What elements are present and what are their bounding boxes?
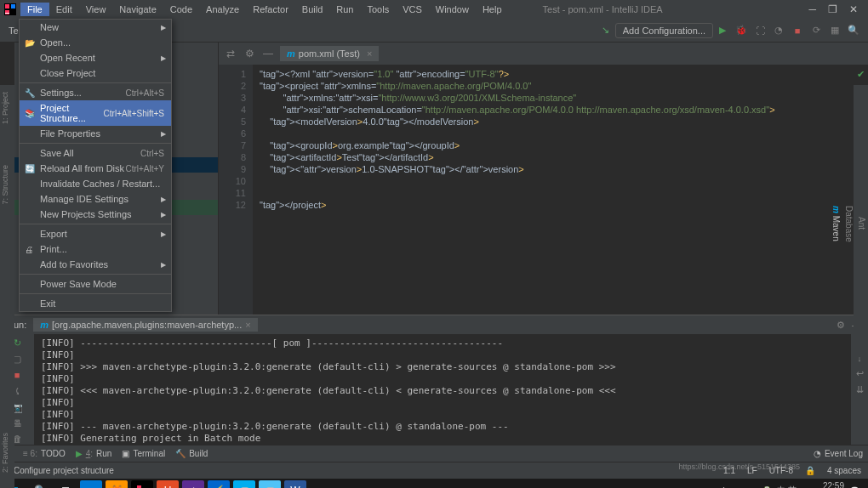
svg-rect-3	[5, 10, 9, 14]
tab-favorites[interactable]: 2: Favorites	[0, 429, 10, 476]
tray-ime-icon[interactable]: 中 英	[777, 485, 797, 488]
editor-area: ⇄ ⚙ — m pom.xml (Test) × 123456789101112…	[219, 43, 868, 315]
edge-icon[interactable]: e	[80, 480, 102, 488]
tab-terminal[interactable]: ▣Terminal	[122, 449, 165, 458]
watermark: https://blog.csdn.net/s_5151544385	[678, 462, 800, 471]
menu-run[interactable]: Run	[329, 3, 360, 16]
menu-window[interactable]: Window	[429, 3, 476, 16]
maven-run-icon: m	[40, 320, 49, 330]
status-lock-icon[interactable]: 🔒	[805, 466, 815, 475]
search-icon[interactable]: 🔍	[846, 23, 861, 38]
code-content[interactable]: "tag"><?xml "attr">version="1.0" "attr">…	[253, 65, 868, 315]
taskbar-clock[interactable]: 22:59 2020/11/22	[802, 481, 844, 488]
file-menu-exit[interactable]: Exit	[20, 296, 171, 311]
file-menu-new[interactable]: New▶	[20, 20, 171, 35]
tab-todo[interactable]: ≡ 6:TODO	[23, 449, 66, 458]
menu-tools[interactable]: Tools	[360, 3, 396, 16]
file-menu-manage-ide-settings[interactable]: Manage IDE Settings▶	[20, 191, 171, 207]
back-arrow-icon[interactable]: ↘	[598, 23, 614, 38]
soft-wrap-icon[interactable]: ↩	[856, 368, 864, 379]
run-icon[interactable]: ▶	[715, 23, 730, 38]
menu-analyze[interactable]: Analyze	[199, 3, 246, 16]
tab-project[interactable]: 1: Project	[0, 88, 10, 128]
update-icon[interactable]: ⟳	[808, 23, 824, 38]
maximize-icon[interactable]: ❐	[828, 3, 837, 15]
tab-close-icon[interactable]: ×	[367, 48, 372, 59]
profile-icon[interactable]: ◔	[771, 23, 786, 38]
menu-view[interactable]: View	[79, 3, 113, 16]
minimize-icon[interactable]: ─	[808, 3, 816, 15]
menu-code[interactable]: Code	[163, 3, 199, 16]
stop-icon[interactable]: ■	[790, 23, 805, 38]
intellij-taskbar-icon[interactable]	[131, 480, 153, 488]
vs-icon[interactable]: ◆	[182, 480, 204, 488]
editor-tab-label: pom.xml (Test)	[299, 48, 360, 59]
file-menu-invalidate-caches-restart-[interactable]: Invalidate Caches / Restart...	[20, 176, 171, 191]
file-menu-dropdown: New▶📂Open...Open Recent▶Close Project🔧Se…	[19, 19, 172, 312]
svg-rect-1	[5, 4, 9, 9]
svg-rect-2	[11, 4, 15, 9]
firefox-icon[interactable]: 🦊	[106, 480, 128, 488]
file-menu-new-projects-settings[interactable]: New Projects Settings▶	[20, 207, 171, 222]
word-icon[interactable]: W	[284, 480, 306, 488]
run-tab-label: [org.apache.maven.plugins:maven-archetyp…	[52, 320, 242, 330]
svg-rect-4	[5, 13, 9, 14]
file-menu-export[interactable]: Export▶	[20, 226, 171, 241]
bottom-tool-tabs: ▦ ≡ 6:TODO ▶4:Run ▣Terminal 🔨Build ◔Even…	[0, 445, 868, 462]
tab-structure[interactable]: 7: Structure	[0, 162, 10, 208]
window-title: Test - pom.xml - IntelliJ IDEA	[543, 4, 663, 14]
task-view-icon[interactable]: ⊡	[54, 480, 77, 488]
scroll-end-icon[interactable]: ⇊	[856, 384, 864, 395]
search-taskbar-icon[interactable]: 🔍	[29, 480, 51, 488]
file-menu-power-save-mode[interactable]: Power Save Mode	[20, 276, 171, 292]
menu-refactor[interactable]: Refactor	[246, 3, 295, 16]
app-icon-4[interactable]: ▢	[259, 480, 281, 488]
menu-help[interactable]: Help	[476, 3, 509, 16]
console-output[interactable]: [INFO] ---------------------------------…	[34, 334, 851, 445]
file-menu-add-to-favorites[interactable]: Add to Favorites▶	[20, 257, 171, 272]
file-menu-settings-[interactable]: 🔧Settings...Ctrl+Alt+S	[20, 85, 171, 100]
app-icon-2[interactable]: ⚡	[208, 480, 230, 488]
tab-ant[interactable]: Ant	[855, 213, 868, 233]
app-icon-3[interactable]: ▢	[233, 480, 255, 488]
menu-navigate[interactable]: Navigate	[112, 3, 163, 16]
tab-build[interactable]: 🔨Build	[175, 449, 208, 458]
debug-icon[interactable]: 🐞	[734, 23, 749, 38]
file-menu-open-recent[interactable]: Open Recent▶	[20, 50, 171, 65]
coverage-icon[interactable]: ⛶	[752, 23, 768, 38]
app-icon-1[interactable]: H	[157, 480, 179, 488]
menu-edit[interactable]: Edit	[49, 3, 79, 16]
status-hint: Configure project structure	[14, 466, 114, 475]
file-menu-file-properties[interactable]: File Properties▶	[20, 126, 171, 141]
file-menu-print-[interactable]: 🖨Print...	[20, 241, 171, 257]
menu-bar: File Edit View Navigate Code Analyze Ref…	[0, 0, 868, 19]
file-menu-close-project[interactable]: Close Project	[20, 65, 171, 81]
menu-file[interactable]: File	[20, 3, 49, 16]
maven-file-icon: m	[287, 48, 295, 59]
file-menu-reload-all-from-disk[interactable]: 🔄Reload All from DiskCtrl+Alt+Y	[20, 161, 171, 176]
file-menu-project-structure-[interactable]: 📚Project Structure...Ctrl+Alt+Shift+S	[20, 100, 171, 126]
file-menu-open-[interactable]: 📂Open...	[20, 35, 171, 50]
gear-icon[interactable]: ⚙	[243, 48, 256, 60]
tab-maven[interactable]: m Maven	[830, 202, 842, 245]
tab-event-log[interactable]: ◔Event Log	[814, 449, 863, 458]
collapse-icon[interactable]: —	[261, 48, 275, 60]
editor-tab-pom[interactable]: m pom.xml (Test) ×	[280, 46, 379, 61]
tab-run-bottom[interactable]: ▶4:Run	[76, 449, 112, 458]
close-icon[interactable]: ✕	[849, 3, 858, 15]
menu-vcs[interactable]: VCS	[396, 3, 429, 16]
tab-database[interactable]: Database	[842, 202, 855, 246]
analysis-ok-icon: ✔	[857, 68, 865, 80]
right-tool-strip: Ant Database m Maven	[854, 85, 868, 357]
run-panel: Run: m [org.apache.maven.plugins:maven-a…	[0, 315, 868, 445]
menu-build[interactable]: Build	[295, 3, 329, 16]
left-tool-strip: 1: Project 7: Structure 2: Favorites	[0, 85, 14, 488]
structure-icon[interactable]: ▦	[827, 23, 842, 38]
run-tab[interactable]: m [org.apache.maven.plugins:maven-archet…	[33, 318, 257, 332]
add-configuration-button[interactable]: Add Configuration...	[615, 23, 713, 38]
back-nav-icon[interactable]: ⇄	[224, 48, 237, 60]
status-indent[interactable]: 4 spaces	[827, 466, 861, 475]
run-settings-icon[interactable]: ⚙	[837, 320, 845, 331]
run-tab-close-icon[interactable]: ×	[245, 320, 250, 330]
file-menu-save-all[interactable]: Save AllCtrl+S	[20, 145, 171, 161]
